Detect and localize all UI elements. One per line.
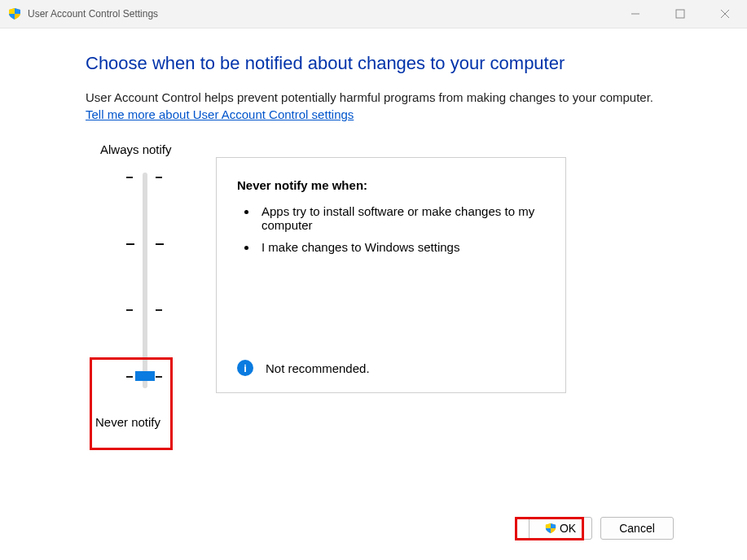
minimize-button[interactable] (613, 0, 657, 28)
description-list: Apps try to install software or make cha… (257, 204, 549, 254)
annotation-highlight-slider (90, 357, 173, 450)
svg-rect-1 (676, 10, 684, 18)
close-button[interactable] (702, 0, 747, 28)
description-title: Never notify me when: (237, 178, 549, 192)
titlebar: User Account Control Settings (0, 0, 747, 28)
slider-track (143, 173, 147, 388)
learn-more-link[interactable]: Tell me more about User Account Control … (86, 107, 354, 121)
info-icon: i (237, 360, 253, 376)
cancel-button[interactable]: Cancel (600, 517, 674, 540)
window-title: User Account Control Settings (28, 8, 613, 20)
slider-area: Always notify Never notify Never notify … (86, 142, 674, 429)
slider-tick (126, 177, 133, 178)
window-controls (613, 0, 747, 28)
description-panel: Never notify me when: Apps try to instal… (216, 157, 566, 393)
page-subtext: User Account Control helps prevent poten… (86, 90, 674, 104)
slider-tick (156, 243, 164, 245)
slider-tick (126, 243, 134, 245)
slider-tick (126, 309, 133, 311)
page-heading: Choose when to be notified about changes… (86, 53, 674, 74)
cancel-button-label: Cancel (619, 522, 655, 535)
slider-tick (156, 177, 162, 178)
status-text: Not recommended. (266, 361, 370, 375)
status-row: i Not recommended. (237, 360, 370, 376)
slider-bottom-label: Never notify (95, 415, 674, 429)
uac-shield-icon (8, 7, 21, 20)
description-bullet: Apps try to install software or make cha… (257, 204, 549, 232)
slider-tick (156, 309, 162, 311)
slider-top-label: Always notify (100, 142, 674, 156)
maximize-button[interactable] (657, 0, 702, 28)
annotation-highlight-ok (515, 517, 584, 540)
description-bullet: I make changes to Windows settings (257, 240, 549, 254)
